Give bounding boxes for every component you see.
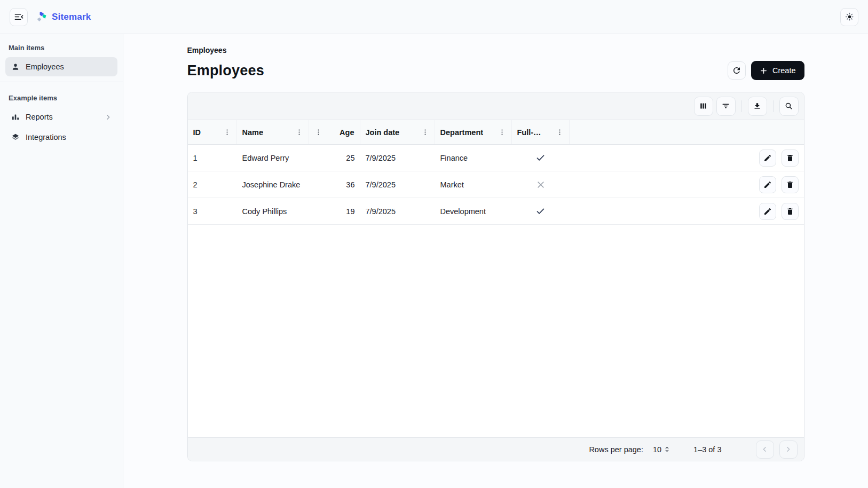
cell-full-time: [512, 145, 570, 171]
rows-per-page-select[interactable]: 10: [653, 445, 671, 454]
cell-full-time: [512, 171, 570, 198]
column-menu-icon[interactable]: [223, 128, 231, 136]
plus-icon: [760, 67, 768, 75]
cell-name: Josephine Drake: [237, 171, 309, 198]
export-button[interactable]: [748, 97, 767, 116]
edit-pencil-icon: [763, 154, 772, 162]
column-label: Join date: [366, 128, 400, 137]
cell-department: Market: [435, 171, 512, 198]
collapse-menu-button[interactable]: [10, 8, 28, 26]
edit-button[interactable]: [759, 149, 776, 167]
data-grid: ID Name A: [187, 92, 804, 461]
cell-age: 19: [309, 198, 360, 224]
column-label: Full-…: [517, 128, 541, 137]
grid-footer: Rows per page: 10 1–3 of 3: [188, 437, 804, 461]
column-menu-icon[interactable]: [295, 128, 303, 136]
column-label: ID: [193, 128, 201, 137]
search-button[interactable]: [779, 97, 799, 116]
header-spacer: [570, 120, 804, 144]
sun-icon: [845, 12, 855, 22]
column-header-id[interactable]: ID: [188, 120, 237, 144]
column-menu-icon[interactable]: [556, 128, 564, 136]
sidebar-item-employees[interactable]: Employees: [5, 57, 117, 76]
chevron-right-icon: [104, 113, 112, 121]
top-bar: Sitemark: [0, 0, 868, 34]
sidebar-section-title-main: Main items: [0, 37, 123, 56]
cell-department: Finance: [435, 145, 512, 171]
column-header-age[interactable]: Age: [309, 120, 360, 144]
grid-empty-area: [188, 225, 804, 437]
toolbar-divider: [773, 100, 774, 112]
brand-name: Sitemark: [52, 12, 91, 22]
edit-pencil-icon: [763, 207, 772, 216]
delete-trash-icon: [786, 207, 794, 216]
cell-join-date: 7/9/2025: [360, 198, 435, 224]
column-header-join-date[interactable]: Join date: [360, 120, 435, 144]
cell-age: 25: [309, 145, 360, 171]
delete-trash-icon: [786, 154, 794, 162]
brand-logo: Sitemark: [35, 11, 91, 23]
search-icon: [784, 101, 793, 111]
view-columns-icon: [699, 101, 708, 111]
main-area: Employees Employees: [123, 34, 868, 488]
delete-trash-icon: [786, 180, 794, 189]
edit-button[interactable]: [759, 176, 776, 193]
theme-toggle-button[interactable]: [840, 8, 858, 26]
sitemark-pinwheel-icon: [35, 11, 48, 23]
cell-name: Edward Perry: [237, 145, 309, 171]
edit-pencil-icon: [763, 180, 772, 189]
cell-actions: [745, 198, 804, 224]
sidebar-item-label: Reports: [26, 113, 53, 121]
create-button[interactable]: Create: [751, 61, 804, 80]
cell-name: Cody Phillips: [237, 198, 309, 224]
rows-per-page-value: 10: [653, 445, 661, 454]
grid-header-row: ID Name A: [188, 120, 804, 145]
cell-id: 2: [188, 171, 237, 198]
toolbar-divider: [741, 100, 742, 112]
delete-button[interactable]: [782, 149, 799, 167]
check-icon: [535, 206, 546, 216]
column-menu-icon[interactable]: [498, 128, 506, 136]
columns-button[interactable]: [694, 97, 713, 116]
download-icon: [753, 101, 762, 111]
column-menu-icon[interactable]: [314, 128, 322, 136]
pagination-range-label: 1–3 of 3: [693, 445, 721, 454]
cell-department: Development: [435, 198, 512, 224]
column-label: Name: [242, 128, 264, 137]
filter-button[interactable]: [716, 97, 736, 116]
refresh-button[interactable]: [728, 61, 746, 80]
delete-button[interactable]: [782, 176, 799, 193]
column-header-name[interactable]: Name: [237, 120, 309, 144]
edit-button[interactable]: [759, 203, 776, 220]
column-menu-icon[interactable]: [421, 128, 429, 136]
cell-join-date: 7/9/2025: [360, 145, 435, 171]
next-page-button[interactable]: [779, 440, 798, 459]
person-icon: [11, 62, 20, 72]
pagination-controls: [756, 440, 798, 459]
sidebar-item-label: Employees: [26, 62, 64, 71]
create-button-label: Create: [772, 66, 796, 75]
table-row[interactable]: 3 Cody Phillips 19 7/9/2025 Development: [188, 198, 804, 225]
cell-age: 36: [309, 171, 360, 198]
cell-id: 3: [188, 198, 237, 224]
table-row[interactable]: 1 Edward Perry 25 7/9/2025 Finance: [188, 145, 804, 171]
column-header-full-time[interactable]: Full-…: [512, 120, 570, 144]
rows-per-page-label: Rows per page:: [589, 445, 643, 454]
table-row[interactable]: 2 Josephine Drake 36 7/9/2025 Market: [188, 171, 804, 198]
column-header-department[interactable]: Department: [435, 120, 512, 144]
sidebar-item-reports[interactable]: Reports: [5, 107, 117, 127]
check-icon: [535, 153, 546, 163]
cell-full-time: [512, 198, 570, 224]
menu-open-icon: [14, 12, 24, 22]
chevron-left-icon: [761, 445, 769, 453]
page-title: Employees: [187, 62, 264, 79]
cross-icon: [536, 180, 546, 190]
grid-toolbar: [188, 92, 804, 120]
previous-page-button[interactable]: [756, 440, 774, 459]
filter-icon: [721, 101, 730, 111]
sidebar-item-integrations[interactable]: Integrations: [5, 128, 117, 147]
column-label: Department: [440, 128, 484, 137]
chevron-right-icon: [784, 445, 792, 453]
delete-button[interactable]: [782, 203, 799, 220]
breadcrumb: Employees: [187, 46, 804, 54]
